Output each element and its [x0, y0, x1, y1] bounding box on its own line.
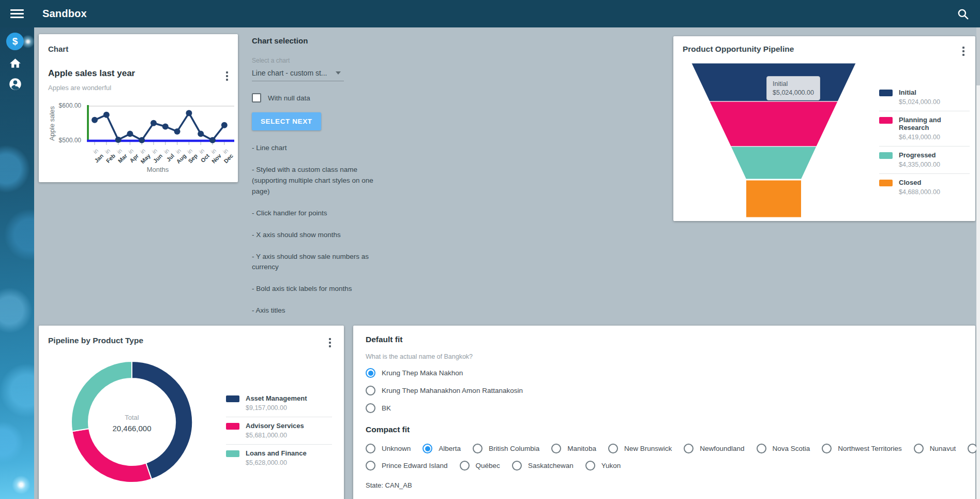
chevron-down-icon	[336, 71, 341, 75]
radio-circle	[822, 444, 832, 453]
radio-circle	[608, 444, 618, 453]
funnel-stage[interactable]	[710, 101, 838, 146]
line-point[interactable]	[186, 110, 192, 116]
bangkok-radio-option[interactable]: Krung Thep Maka Nakhon	[366, 368, 963, 378]
radio-circle	[366, 461, 375, 471]
province-radio-option[interactable]: Alberta	[423, 444, 461, 453]
search-icon[interactable]	[956, 7, 970, 21]
scrollbar-thumb[interactable]	[976, 27, 980, 85]
line-point[interactable]	[115, 137, 122, 143]
chart-type-select[interactable]: Line chart - custom st...	[252, 69, 344, 81]
line-point[interactable]	[92, 117, 98, 123]
state-label: State: CAN_AB	[366, 481, 963, 489]
legend-item[interactable]: Closed$4,688,000.00	[879, 173, 970, 201]
chart-note: - Axis titles	[252, 305, 375, 316]
kebab-menu-icon[interactable]	[223, 70, 231, 82]
province-radio-option[interactable]: Newfoundland	[684, 444, 744, 453]
donut-total-value: 20,466,000	[91, 424, 173, 433]
radio-circle	[460, 461, 470, 471]
fit-card: Default fit What is the actual name of B…	[353, 326, 975, 499]
radio-label: Prince Edward Island	[382, 462, 448, 469]
chart-note: - Line chart	[252, 143, 375, 154]
chart-note: - Styled with a custom class name (suppo…	[252, 165, 375, 197]
radio-circle	[366, 368, 375, 378]
with-null-data-checkbox[interactable]: With null data	[252, 93, 375, 102]
compact-fit-title: Compact fit	[366, 425, 963, 434]
legend-swatch	[879, 90, 893, 96]
chart-card: Chart Apple sales last year Apples are w…	[39, 34, 238, 182]
hamburger-menu-icon[interactable]	[10, 7, 24, 20]
province-radio-option[interactable]: British Columbia	[473, 444, 539, 453]
line-point[interactable]	[209, 137, 216, 143]
province-radio-option[interactable]: New Brunswick	[608, 444, 672, 453]
province-radio-option[interactable]: Yukon	[585, 461, 621, 471]
donut-center-text: Total 20,466,000	[91, 414, 173, 433]
legend-swatch	[879, 117, 893, 124]
line-point[interactable]	[150, 120, 157, 126]
province-radio-option[interactable]: Unknown	[366, 444, 411, 453]
funnel-title: Product Opportunity Pipeline	[683, 45, 794, 54]
province-radio-option[interactable]: Northwest Territories	[822, 444, 902, 453]
line-point[interactable]	[103, 112, 110, 118]
province-radio-row-1: UnknownAlbertaBritish ColumbiaManitobaNe…	[366, 444, 963, 453]
radio-label: New Brunswick	[624, 445, 672, 452]
bangkok-radio-option[interactable]: Krung Thep Mahanakhon Amon Rattanakosin	[366, 386, 963, 395]
legend-item[interactable]: Planning and Research$6,419,000.00	[879, 111, 970, 146]
select-next-button[interactable]: SELECT NEXT	[252, 112, 321, 130]
legend-swatch	[226, 423, 239, 430]
radio-circle	[512, 461, 522, 471]
chart-notes-list: - Line chart- Styled with a custom class…	[252, 143, 375, 316]
donut-slice[interactable]	[72, 429, 152, 482]
province-radio-option[interactable]: Saskatchewan	[512, 461, 574, 471]
province-radio-option[interactable]: Prince Edward Island	[366, 461, 448, 471]
radio-label: British Columbia	[489, 445, 539, 452]
radio-circle	[366, 403, 375, 413]
line-point[interactable]	[198, 131, 204, 137]
legend-swatch	[879, 180, 893, 186]
legend-item[interactable]: Advisory Services$5,681,000.00	[226, 417, 332, 444]
line-point[interactable]	[174, 128, 180, 135]
radio-circle	[551, 444, 561, 453]
checkbox-label: With null data	[268, 94, 310, 102]
legend-value: $4,335,000.00	[899, 161, 940, 168]
chart-note: - Y axis should show sale numbers as cur…	[252, 252, 375, 273]
radio-label: BK	[382, 404, 391, 412]
bangkok-radio-option[interactable]: BK	[366, 403, 963, 413]
kebab-menu-icon[interactable]	[960, 46, 967, 57]
legend-label: Initial	[899, 89, 940, 96]
legend-label: Progressed	[899, 151, 940, 159]
legend-swatch	[226, 450, 239, 457]
funnel-stage[interactable]	[746, 180, 802, 217]
scrollbar[interactable]	[976, 27, 980, 499]
radio-circle	[914, 444, 924, 453]
province-radio-row-2: Prince Edward IslandQuébecSaskatchewanYu…	[366, 461, 963, 471]
funnel-stage[interactable]	[731, 146, 817, 179]
province-radio-option[interactable]: Nunavut	[914, 444, 956, 453]
legend-item[interactable]: Progressed$4,335,000.00	[879, 146, 970, 173]
account-icon[interactable]	[8, 77, 22, 93]
app-title: Sandbox	[42, 8, 87, 20]
home-icon[interactable]	[9, 57, 22, 72]
legend-item[interactable]: Asset Management$9,157,000.00	[226, 390, 332, 417]
legend-item[interactable]: Initial$5,024,000.00	[879, 84, 970, 111]
funnel-tooltip: Initial $5,024,000.00	[766, 76, 820, 100]
tooltip-label: Initial	[773, 80, 814, 87]
line-point[interactable]	[221, 122, 228, 128]
default-fit-title: Default fit	[366, 335, 963, 344]
legend-value: $6,419,000.00	[899, 134, 970, 141]
radio-circle	[423, 444, 432, 453]
left-sidebar: $	[0, 27, 34, 499]
donut-legend: Asset Management$9,157,000.00Advisory Se…	[226, 390, 332, 472]
legend-value: $9,157,000.00	[246, 404, 307, 412]
line-point[interactable]	[127, 131, 133, 137]
province-radio-option[interactable]: Québec	[460, 461, 500, 471]
donut-total-label: Total	[91, 414, 173, 421]
province-radio-option[interactable]: Manitoba	[551, 444, 596, 453]
line-point[interactable]	[139, 137, 145, 143]
province-radio-option[interactable]: Nova Scotia	[757, 444, 810, 453]
line-point[interactable]	[162, 124, 169, 130]
radio-circle	[585, 461, 595, 471]
x-axis-title: Months	[80, 166, 235, 173]
finance-dollar-icon[interactable]: $	[6, 33, 24, 50]
legend-item[interactable]: Loans and Finance$5,628,000.00	[226, 444, 332, 472]
